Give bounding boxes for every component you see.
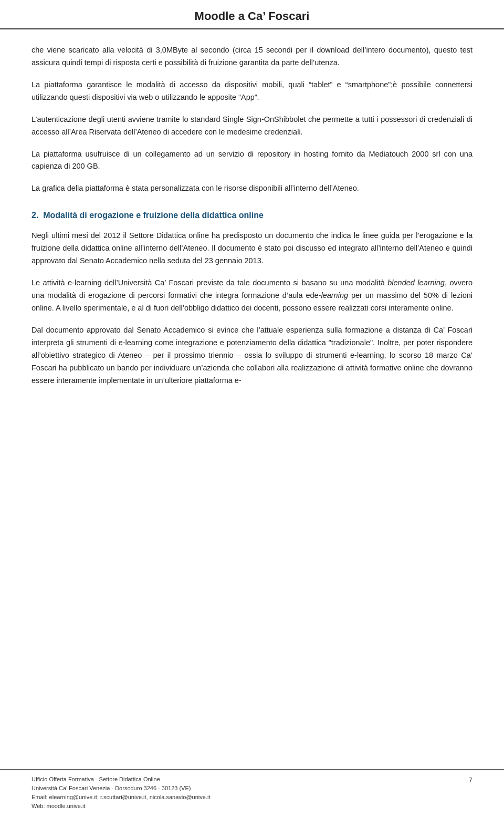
paragraph-7-italic1: blended learning [387, 278, 445, 287]
content-area: che viene scaricato alla velocità di 3,0… [0, 29, 504, 438]
page-number: 7 [469, 775, 472, 784]
paragraph-1: che viene scaricato alla velocità di 3,0… [32, 44, 472, 69]
footer-line1: Ufficio Offerta Formativa - Settore Dida… [32, 775, 210, 784]
paragraph-5: La grafica della piattaforma è stata per… [32, 182, 472, 195]
paragraph-2: La piattaforma garantisce le modalità di… [32, 79, 472, 104]
page-footer: Ufficio Offerta Formativa - Settore Dida… [0, 769, 504, 817]
paragraph-8: Dal documento approvato dal Senato Accad… [32, 324, 472, 387]
paragraph-4: La piattaforma usufruisce di un collegam… [32, 148, 472, 173]
paragraph-7-start: Le attività e-learning dell’Università C… [32, 278, 387, 287]
section-2-heading: 2. Modalità di erogazione e fruizione de… [32, 211, 472, 220]
page-title: Moodle a Ca’ Foscari [195, 9, 310, 23]
page: Moodle a Ca’ Foscari che viene scaricato… [0, 0, 504, 817]
footer-line3: Email: elearning@unive.it; r.scuttari@un… [32, 793, 210, 802]
footer-line4: Web: moodle.unive.it [32, 802, 210, 811]
footer-line2: Università Ca’ Foscari Venezia - Dorsodu… [32, 784, 210, 793]
paragraph-3: L’autenticazione degli utenti avviene tr… [32, 113, 472, 139]
paragraph-7: Le attività e-learning dell’Università C… [32, 277, 472, 315]
paragraph-6: Negli ultimi mesi del 2012 il Settore Di… [32, 230, 472, 267]
footer-info: Ufficio Offerta Formativa - Settore Dida… [32, 775, 210, 811]
page-header: Moodle a Ca’ Foscari [0, 0, 504, 29]
paragraph-7-italic2: learning [321, 291, 348, 299]
